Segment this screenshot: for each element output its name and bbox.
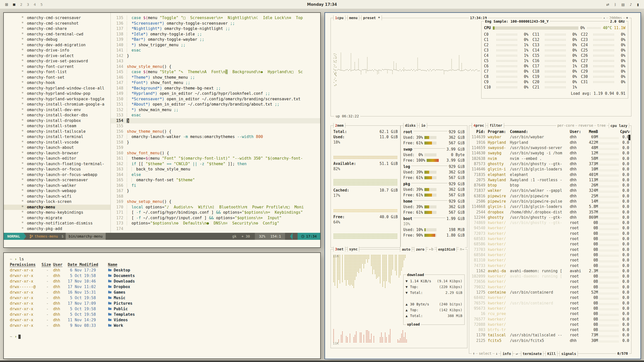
process-row[interactable]: 72073kworker/root0B0.0 bbox=[471, 231, 629, 236]
process-row[interactable]: 81310kworker/root0B0.0 bbox=[471, 258, 629, 263]
process-row[interactable]: 114639waybar/usr/bin/waybardhh69M0.0 bbox=[471, 134, 629, 140]
process-row[interactable]: 803btrfs-trroot0B0.0 bbox=[471, 327, 629, 333]
sort-tab[interactable]: cpu lazy bbox=[609, 123, 629, 128]
process-row[interactable]: 73703kworker/root0B0.0 bbox=[471, 247, 629, 252]
file-item[interactable]: *omarchy-install-dev-env bbox=[4, 107, 110, 113]
file-item[interactable]: *omarchy-hook bbox=[4, 80, 110, 86]
process-row[interactable]: 1162avahi-daavahi-daemon: running [avahi… bbox=[471, 268, 629, 274]
process-scrollbar[interactable] bbox=[628, 135, 630, 140]
display-icon[interactable]: ▤ bbox=[621, 3, 625, 7]
file-item[interactable]: *omarchy-cmd-screenshot bbox=[4, 21, 110, 26]
file-item[interactable]: *omarchy-install-tailscale bbox=[4, 129, 110, 134]
file-item[interactable]: *omarchy-debug bbox=[4, 37, 110, 42]
process-row[interactable]: 2125fcitx5/usr/bin/fcitx5dhh30M0.0 bbox=[471, 338, 629, 343]
file-item[interactable]: *omarchy-font-set bbox=[4, 75, 110, 80]
preset-tab[interactable]: preset * bbox=[361, 15, 382, 20]
select-up-button[interactable]: ↑ bbox=[472, 351, 476, 356]
file-item[interactable]: *omarchy-launch-or-focus bbox=[4, 167, 110, 172]
code-pane[interactable]: 135▏ case $(menu "Toggle" "□ Screensaver… bbox=[111, 13, 320, 233]
file-item[interactable]: *omarchy-launch-screensaver bbox=[4, 177, 110, 183]
memory-tab[interactable]: 2mem bbox=[333, 123, 345, 128]
kill-button[interactable]: Kill bbox=[545, 351, 557, 356]
process-row[interactable]: 2075XwaylandXwayland :1 -rootless -dhh11… bbox=[471, 177, 629, 183]
process-row[interactable]: 1916HyprlandHyprlanddhh422M0.0 bbox=[471, 140, 629, 145]
process-row[interactable]: 68586kworker/root0B0.0 bbox=[471, 242, 629, 247]
proc-tab[interactable]: 4proc bbox=[472, 123, 486, 128]
interval-decrease-button[interactable]: - bbox=[602, 15, 606, 21]
process-row[interactable]: 102099kworker/avahi-daemon: running [roo… bbox=[471, 274, 629, 279]
terminal-body[interactable]: ~ › lsPermissionsSizeUserDate ModifiedNa… bbox=[4, 253, 320, 343]
file-item[interactable]: *omarchy-install-steam bbox=[4, 123, 110, 129]
net-prev-button[interactable]: ←b bbox=[428, 247, 434, 252]
btop-window[interactable]: 1cpu menu preset * 17:34:19 - 2000ms + E… bbox=[325, 12, 641, 359]
file-item[interactable]: *omarchy-hyprland-window-pop bbox=[4, 91, 110, 97]
battery-icon[interactable]: ▮ bbox=[637, 3, 639, 7]
workspace-3[interactable]: 3 bbox=[27, 3, 29, 7]
file-item[interactable]: *omarchy-launch-editor bbox=[4, 156, 110, 161]
file-list-pane[interactable]: *omarchy-cmd-screensaver*omarchy-cmd-scr… bbox=[4, 13, 111, 233]
file-item[interactable]: *omarchy-install-terminal bbox=[4, 134, 110, 140]
file-item[interactable]: *omarchy-launch-about bbox=[4, 145, 110, 151]
file-item[interactable]: *omarchy-launch-floating-terminal- bbox=[4, 161, 110, 167]
sync-tab[interactable]: sync bbox=[347, 247, 359, 252]
file-item[interactable]: *omarchy-install-docker-dbs bbox=[4, 113, 110, 118]
net-next-button[interactable]: n→ bbox=[459, 247, 465, 252]
process-row[interactable]: 2506pipewire/usr/bin/pipewire-pulsedhh14… bbox=[471, 199, 629, 204]
zero-tab[interactable]: zero bbox=[414, 247, 426, 252]
process-row[interactable]: 71837walker/usr/bin/walker --gappldhh324… bbox=[471, 188, 629, 193]
process-row[interactable]: 74869kworker//usr/bin/ghostty --gtk-root… bbox=[471, 220, 629, 225]
file-item[interactable]: *omarchy-drive-set-password bbox=[4, 59, 110, 64]
process-row[interactable]: 95673kworker/root0B0.0 bbox=[471, 306, 629, 311]
bluetooth-icon[interactable]: ᛒ bbox=[614, 3, 616, 7]
disks-tab[interactable]: disks bbox=[403, 123, 417, 128]
process-row[interactable]: 68583kworker/root0B0.0 bbox=[471, 236, 629, 242]
apps-icon[interactable]: ⊞ bbox=[5, 2, 8, 7]
cpu-column-header[interactable]: Cpu% bbox=[619, 129, 629, 134]
process-row[interactable]: 87649btopbtopdhh26M0.0 bbox=[471, 183, 629, 188]
process-row[interactable]: 16rcu_preeroot0B0.0 bbox=[471, 311, 629, 316]
cpu-tab[interactable]: 1cpu bbox=[333, 15, 345, 20]
file-item[interactable]: *omarchy-migrate bbox=[4, 215, 110, 221]
terminal-window[interactable]: ~ › lsPermissionsSizeUserDate ModifiedNa… bbox=[3, 252, 321, 359]
file-item[interactable]: *omarchy-launch-or-focus-webapp bbox=[4, 172, 110, 178]
process-row[interactable]: 114668glycin-i/usr/lib/glycin-loadersdhh… bbox=[471, 204, 629, 209]
process-row[interactable]: 73656kworker/root0B0.0 bbox=[471, 279, 629, 284]
process-row[interactable]: 68584kworker/root0B0.0 bbox=[471, 252, 629, 258]
scroll-up-arrow[interactable]: ↑ bbox=[629, 129, 631, 134]
volume-icon[interactable]: ♪ bbox=[630, 3, 632, 7]
file-item[interactable]: *omarchy-install-dropbox bbox=[4, 118, 110, 124]
process-row[interactable]: 1275containe/usr/bin/containerdroot52M0.… bbox=[471, 290, 629, 295]
file-item[interactable]: *omarchy-drive-select bbox=[4, 53, 110, 59]
terminate-button[interactable]: terminate bbox=[521, 351, 544, 356]
process-row[interactable]: 1170tailscal/usr/sbin/tailscaled --root7… bbox=[471, 333, 629, 338]
pid-column-header[interactable]: Pid: bbox=[471, 129, 488, 134]
file-item[interactable]: *omarchy-install-chromium-google-a bbox=[4, 102, 110, 107]
process-row[interactable]: 79032kworker/root0B0.0 bbox=[471, 285, 629, 290]
process-row[interactable]: 114646glycin-i/usr/lib/glycin-loadersdhh… bbox=[471, 167, 629, 172]
memory-column-header[interactable]: MemB bbox=[585, 129, 599, 134]
select-down-button[interactable]: ↓ bbox=[495, 351, 499, 356]
program-column-header[interactable]: Program: bbox=[488, 129, 510, 134]
workspace-4[interactable]: 4 bbox=[34, 3, 36, 7]
io-tab[interactable]: io bbox=[419, 123, 427, 128]
file-item[interactable]: *omarchy-menu bbox=[4, 205, 110, 210]
process-row[interactable]: 68402kworker/root0B0.0 bbox=[471, 295, 629, 300]
workspace-1-active[interactable]: ■ bbox=[13, 3, 16, 6]
process-row[interactable]: 114659swayosd-/usr/bin/swayosd-serverdhh… bbox=[471, 145, 629, 151]
per-core-toggle[interactable]: per-core bbox=[556, 123, 575, 128]
menu-tab[interactable]: menu bbox=[347, 15, 359, 20]
file-item[interactable]: *omarchy-hyprland-workspace-toggle bbox=[4, 97, 110, 102]
process-row[interactable]: 72088kworker/root0B0.0 bbox=[471, 322, 629, 327]
workspace-2[interactable]: 2 bbox=[20, 3, 22, 7]
process-row[interactable]: 74733kworker/root0B0.0 bbox=[471, 263, 629, 268]
process-row[interactable]: 76575kworker//usr/bin/containerdroot0B0.… bbox=[471, 301, 629, 306]
info-button[interactable]: info bbox=[501, 351, 513, 356]
process-row[interactable]: 63816pipewire/usr/bin/pipewiredhh25M0.0 bbox=[471, 194, 629, 199]
user-column-header[interactable]: User: bbox=[570, 129, 585, 134]
filter-tab[interactable]: filter bbox=[488, 123, 504, 128]
reverse-toggle[interactable]: reverse bbox=[577, 123, 594, 128]
file-item[interactable]: *omarchy-launch-wifi bbox=[4, 194, 110, 199]
process-row[interactable]: 2544dropbox/home/dhh/.dropbox-distdhh357… bbox=[471, 209, 629, 215]
file-item[interactable]: *omarchy-hyprland-window-close-all bbox=[4, 86, 110, 91]
file-item[interactable]: *omarchy-dev-add-migration bbox=[4, 42, 110, 48]
